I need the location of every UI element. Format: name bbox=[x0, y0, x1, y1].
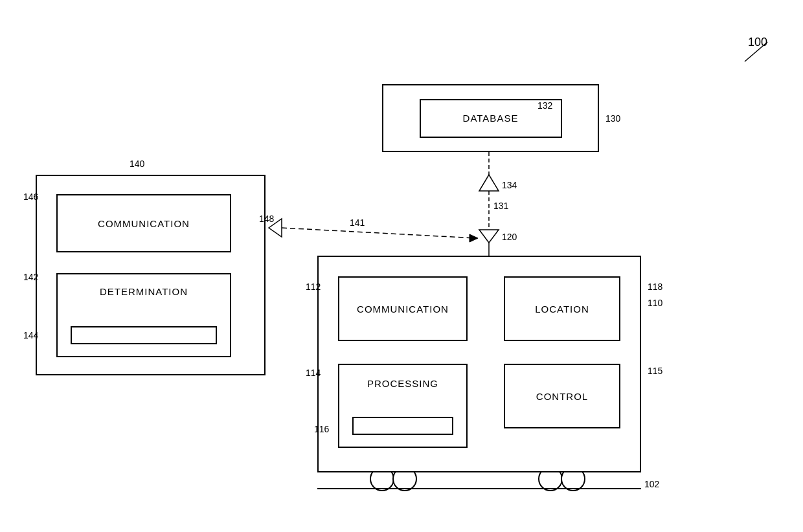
processing-label: PROCESSING bbox=[367, 378, 438, 389]
label-112: 112 bbox=[306, 282, 321, 292]
svg-marker-8 bbox=[469, 234, 478, 242]
communication-block: COMMUNICATION bbox=[338, 276, 468, 341]
determination-block: DETERMINATION bbox=[56, 273, 231, 357]
label-100: 100 bbox=[748, 36, 767, 49]
location-label: LOCATION bbox=[535, 304, 589, 315]
label-116: 116 bbox=[314, 424, 329, 434]
label-118: 118 bbox=[648, 282, 662, 292]
label-120: 120 bbox=[502, 232, 517, 242]
label-144: 144 bbox=[23, 330, 38, 340]
label-134: 134 bbox=[502, 180, 517, 190]
svg-marker-4 bbox=[479, 230, 499, 243]
label-115: 115 bbox=[648, 366, 662, 376]
determination-label: DETERMINATION bbox=[100, 286, 188, 297]
label-114: 114 bbox=[306, 368, 321, 378]
svg-line-7 bbox=[282, 228, 476, 238]
comm-remote-label: COMMUNICATION bbox=[98, 218, 190, 229]
determination-inner-box bbox=[71, 326, 217, 344]
label-102: 102 bbox=[644, 479, 659, 489]
communication-main-label: COMMUNICATION bbox=[357, 304, 449, 315]
label-146: 146 bbox=[23, 192, 38, 202]
location-block: LOCATION bbox=[504, 276, 620, 341]
label-142: 142 bbox=[23, 272, 38, 282]
label-132: 132 bbox=[537, 100, 552, 111]
control-block: CONTROL bbox=[504, 364, 620, 428]
processing-inner-box bbox=[352, 417, 453, 435]
label-141: 141 bbox=[350, 217, 365, 228]
database-outer-box: DATABASE bbox=[382, 84, 599, 152]
control-label: CONTROL bbox=[536, 391, 588, 402]
label-148: 148 bbox=[259, 214, 274, 224]
label-110: 110 bbox=[648, 298, 662, 308]
label-131: 131 bbox=[493, 201, 508, 211]
main-device-box: COMMUNICATION LOCATION PROCESSING CONTRO… bbox=[317, 256, 641, 472]
database-label: DATABASE bbox=[463, 113, 519, 124]
label-140: 140 bbox=[130, 159, 144, 169]
processing-block: PROCESSING bbox=[338, 364, 468, 448]
diagram-container: 100 DATABASE 132 130 134 131 120 COMMUNI… bbox=[0, 0, 803, 532]
comm-remote-block: COMMUNICATION bbox=[56, 194, 231, 252]
label-130: 130 bbox=[605, 113, 620, 124]
svg-marker-2 bbox=[479, 175, 499, 191]
remote-device-box: COMMUNICATION DETERMINATION bbox=[36, 175, 266, 375]
